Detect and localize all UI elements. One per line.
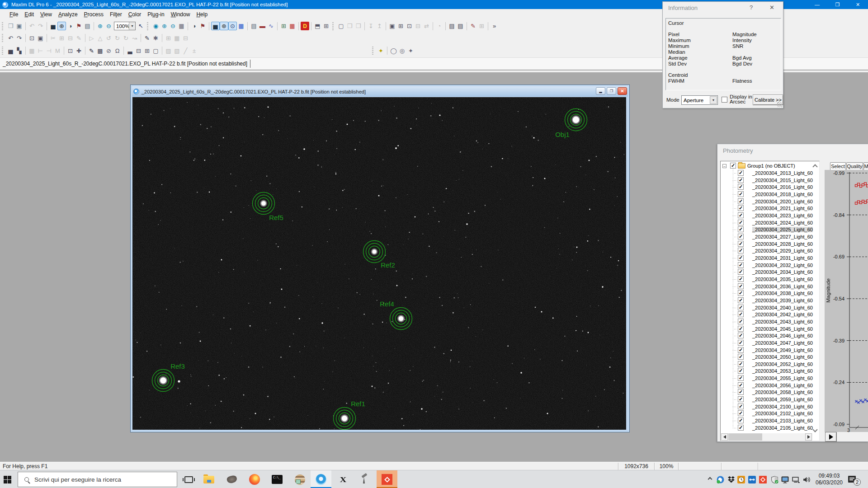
omega-icon[interactable]: Ω	[113, 47, 122, 55]
folder-2-icon[interactable]: ⊞	[143, 47, 151, 55]
tree-item-label[interactable]: _20200304_2056_Light_60	[752, 383, 813, 388]
tree-item[interactable]: ✓_20200304_2056_Light_60	[721, 382, 819, 389]
tree-item[interactable]: ✓_20200304_2047_Light_60	[721, 339, 819, 347]
tree-item-checkbox[interactable]: ✓	[738, 368, 744, 374]
measure-1-icon[interactable]: ⊢	[36, 47, 45, 55]
tree-item[interactable]: ✓_20200304_2046_Light_60	[721, 332, 819, 339]
measure-2-icon[interactable]: ⊣	[45, 47, 53, 55]
plus-minus-icon[interactable]: ±	[190, 47, 198, 55]
zoom-fit-icon[interactable]: ◉	[151, 22, 160, 30]
cut-icon[interactable]: ✂	[49, 34, 57, 42]
screens-icon[interactable]: ⊞	[322, 22, 330, 30]
menu-file[interactable]: File	[6, 10, 21, 19]
grid-3-icon[interactable]: ⊟	[181, 34, 190, 42]
tree-item-checkbox[interactable]: ✓	[738, 177, 744, 183]
toolbar-grip[interactable]	[146, 22, 150, 30]
tree-item[interactable]: ✓_20200304_2028_Light_60	[721, 240, 819, 248]
tree-item-label[interactable]: _20200304_2038_Light_60	[752, 291, 813, 296]
tree-item-checkbox[interactable]: ✓	[738, 248, 744, 253]
rotate-free-icon[interactable]: ↝	[130, 34, 139, 42]
tray-dropbox-icon[interactable]	[727, 476, 735, 485]
toolbar-grip[interactable]	[1, 22, 5, 30]
tree-item[interactable]: ✓_20200304_2020_Light_60	[721, 198, 819, 205]
save-grid-icon[interactable]: ⊞	[396, 22, 405, 30]
tree-item[interactable]: ✓_20200304_2105_Light_60	[721, 424, 819, 432]
taskbar-app-file-explorer[interactable]	[198, 470, 219, 488]
doc-up-icon[interactable]: △	[96, 34, 104, 42]
tree-item[interactable]: ✓_20200304_2045_Light_60	[721, 325, 819, 333]
run-icon[interactable]: »	[490, 22, 499, 30]
movie-icon[interactable]: D	[301, 22, 309, 30]
menu-window[interactable]: Window	[168, 10, 193, 19]
tree-item[interactable]: ✓_20200304_2027_Light_60	[721, 233, 819, 240]
camera-icon[interactable]: ⬒	[313, 22, 322, 30]
swap-icon[interactable]: ⇄	[422, 22, 431, 30]
grid-new-icon[interactable]: ⊞	[279, 22, 288, 30]
tree-item-label[interactable]: _20200304_2102_Light_60	[752, 411, 813, 416]
tree-item-checkbox[interactable]: ✓	[738, 326, 744, 332]
rotate-icon[interactable]: ↻	[122, 34, 130, 42]
save-all-icon[interactable]: ▣	[388, 22, 396, 30]
prop-grid-icon[interactable]: ⊞	[477, 22, 486, 30]
tree-item-label[interactable]: _20200304_2100_Light_60	[752, 404, 813, 409]
menu-plug-in[interactable]: Plug-in	[144, 10, 167, 19]
import-icon[interactable]: ↧	[367, 22, 375, 30]
tree-item-checkbox[interactable]: ✓	[738, 347, 744, 353]
rotate-right-icon[interactable]: ↻	[113, 34, 122, 42]
tree-item-label[interactable]: _20200304_2013_Light_60	[752, 170, 813, 176]
tree-item-checkbox[interactable]: ✓	[738, 184, 744, 190]
menu-edit[interactable]: Edit	[21, 10, 37, 19]
taskbar-app-firefox[interactable]	[244, 470, 265, 488]
tree-root-row[interactable]: ✓Group1 (no OBJECT)	[721, 162, 819, 169]
tree-item[interactable]: ✓_20200304_2100_Light_60	[721, 403, 819, 410]
tree-item-checkbox[interactable]: ✓	[738, 191, 744, 197]
tree-horizontal-scrollbar[interactable]	[721, 433, 812, 441]
photometry-file-tree[interactable]: –✓Group1 (no OBJECT)✓_20200304_2013_Ligh…	[720, 161, 820, 441]
scroll-right-button[interactable]	[805, 433, 812, 441]
tree-item-checkbox[interactable]: ✓	[738, 361, 744, 367]
doc-settings-icon[interactable]: ▤	[250, 22, 258, 30]
copy-3-icon[interactable]: ⊡	[66, 47, 75, 55]
tree-item-label[interactable]: _20200304_2020_Light_60	[752, 199, 813, 204]
tray-teamviewer-icon[interactable]	[748, 476, 756, 485]
tree-item[interactable]: ✓_20200304_2032_Light_60	[721, 262, 819, 269]
tree-item-checkbox[interactable]: ✓	[738, 276, 744, 282]
toolbar-grip[interactable]	[372, 47, 375, 55]
tree-item-label[interactable]: _20200304_2032_Light_60	[752, 263, 813, 268]
pen-icon[interactable]: ✎	[143, 34, 151, 42]
tree-item[interactable]: ✓_20200304_2016_Light_60	[721, 183, 819, 191]
menu-help[interactable]: Help	[193, 10, 211, 19]
open-3-icon[interactable]: ❒	[354, 22, 363, 30]
tree-item[interactable]: ✓_20200304_2040_Light_60	[721, 304, 819, 311]
menu-process[interactable]: Process	[81, 10, 107, 19]
taskbar-app-app-scope[interactable]	[354, 470, 375, 488]
tree-item-checkbox[interactable]: ✓	[738, 354, 744, 360]
image-window-titlebar[interactable]: _20200304_2025_Light_60s_R_-20degC.00017…	[132, 86, 628, 97]
tree-item-label[interactable]: _20200304_2103_Light_60	[752, 418, 813, 423]
grid-2-icon[interactable]: ▦	[173, 34, 181, 42]
print-2-icon[interactable]: ▤	[456, 22, 465, 30]
tray-network-icon[interactable]	[792, 476, 800, 485]
tree-item[interactable]: ✓_20200304_2031_Light_60	[721, 254, 819, 262]
tree-item[interactable]: ✓_20200304_2043_Light_60	[721, 318, 819, 325]
tree-item[interactable]: ✓_20200304_2053_Light_60	[721, 367, 819, 375]
tree-item-label[interactable]: _20200304_2049_Light_60	[752, 347, 813, 353]
tree-item[interactable]: ✓_20200304_2058_Light_60	[721, 389, 819, 396]
tree-item-label[interactable]: _20200304_2047_Light_60	[752, 340, 813, 346]
combine-icon[interactable]: ⊞	[57, 34, 66, 42]
tree-item-checkbox[interactable]: ✓	[738, 410, 744, 416]
folders-icon[interactable]: ⊟	[134, 47, 143, 55]
help-icon[interactable]: ?	[750, 4, 753, 11]
tree-item-checkbox[interactable]: ✓	[738, 389, 744, 395]
tab-m[interactable]: M	[863, 162, 868, 170]
tree-item[interactable]: ✓_20200304_2021_Light_60	[721, 205, 819, 212]
new-doc-icon[interactable]: ▢	[337, 22, 345, 30]
zoom-out-2-icon[interactable]: ⊖	[169, 22, 177, 30]
menu-analyze[interactable]: Analyze	[55, 10, 81, 19]
document-tab[interactable]: _20200304_2025_Light_60s_R_-20degC.00017…	[0, 61, 247, 67]
pin-2-icon[interactable]: ⚑	[198, 22, 207, 30]
tree-item-label[interactable]: _20200304_2058_Light_60	[752, 389, 813, 395]
tree-item-label[interactable]: _20200304_2040_Light_60	[752, 305, 813, 310]
tree-item[interactable]: ✓_20200304_2039_Light_60	[721, 297, 819, 304]
zoom-level-select[interactable]: 100%▼	[114, 22, 136, 30]
